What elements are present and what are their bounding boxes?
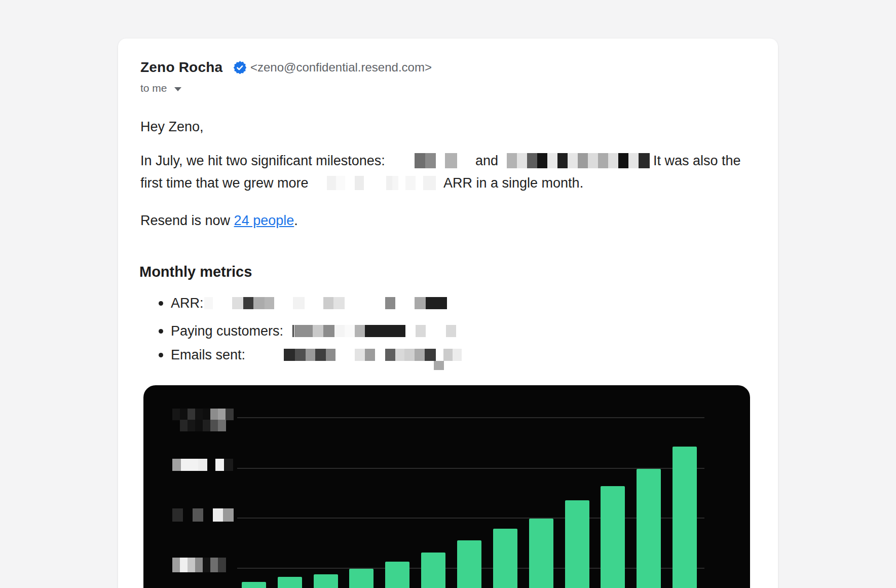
chart-ylabel-redacted	[203, 420, 211, 431]
chart-bar	[242, 582, 266, 588]
emails-sent-mosaic	[425, 349, 436, 361]
para1-mosaic-a	[425, 153, 436, 168]
chart-ylabel-redacted	[213, 508, 223, 522]
paying-customers-mosaic	[323, 325, 334, 337]
emails-sent-mosaic	[284, 349, 295, 361]
chart-bar	[421, 553, 445, 588]
chart-bar	[314, 574, 338, 588]
para-line2-after: ARR in a single month.	[443, 176, 583, 190]
para2-mosaic-light	[405, 176, 416, 190]
chart-ylabel-redacted	[218, 409, 226, 420]
arr-mosaic	[333, 297, 345, 309]
para2-mosaic-light	[336, 176, 345, 190]
para1-mosaic-b	[517, 153, 527, 168]
chart-ylabel-redacted	[195, 420, 203, 431]
chart-bar	[349, 569, 374, 588]
para-line2-before: first time that we grew more	[140, 176, 309, 190]
para1-mosaic-b	[628, 153, 639, 168]
emails-sent-mosaic	[365, 349, 375, 361]
metric-paying-customers-label: Paying customers:	[171, 324, 283, 338]
arr-mosaic	[265, 297, 274, 309]
emails-sent-mosaic	[453, 349, 462, 361]
chart-ylabel-redacted	[193, 508, 203, 522]
para2-mosaic-light	[386, 176, 392, 190]
para1-mosaic-b	[547, 153, 557, 168]
chart-bar	[493, 529, 517, 588]
chart-ylabel-redacted	[190, 459, 199, 471]
chart-ylabel-redacted	[188, 558, 196, 572]
arr-mosaic	[204, 297, 213, 309]
chart-bar	[565, 500, 589, 588]
para1-mosaic-b	[598, 153, 608, 168]
recipient-dropdown[interactable]: to me	[140, 82, 181, 94]
arr-mosaic	[232, 297, 243, 309]
para-line1-after: It was also the	[653, 154, 741, 168]
sender-address: <zeno@confidential.resend.com>	[250, 60, 432, 75]
metrics-heading: Monthly metrics	[139, 264, 252, 280]
paying-customers-mosaic	[446, 325, 456, 337]
paying-customers-mosaic	[355, 325, 365, 337]
emails-sent-mosaic	[295, 349, 306, 361]
para2-mosaic-light	[327, 176, 336, 190]
para1-mosaic-b	[557, 153, 568, 168]
emails-sent-mosaic	[415, 349, 425, 361]
team-line-after: .	[294, 213, 298, 228]
para2-mosaic-light	[423, 176, 436, 190]
para2-mosaic-light	[392, 176, 398, 190]
chart-ylabel-redacted	[198, 459, 207, 471]
bullet-icon	[159, 329, 163, 334]
para1-mosaic-b	[568, 153, 578, 168]
para2-mosaic-light	[355, 176, 364, 190]
chart-ylabel-redacted	[223, 508, 234, 522]
emails-sent-mosaic	[385, 349, 395, 361]
chart-ylabel-redacted	[203, 558, 211, 572]
chart-ylabel-redacted	[224, 459, 233, 471]
recipient-label: to me	[140, 82, 167, 94]
chart-ylabel-redacted	[215, 459, 225, 471]
arr-mosaic	[243, 297, 253, 309]
chart-ylabel-redacted	[181, 459, 190, 471]
para1-mosaic-b	[527, 153, 537, 168]
arr-mosaic	[293, 297, 305, 309]
chart-ylabel-redacted	[210, 409, 218, 420]
email-header: Zeno Rocha	[140, 59, 222, 76]
emails-sent-mosaic	[355, 349, 365, 361]
emails-sent-mosaic	[315, 349, 326, 361]
chart-ylabel-redacted	[172, 409, 180, 420]
chart-bar	[385, 562, 409, 588]
chart-bar	[673, 447, 697, 588]
chart-ylabel-redacted	[210, 420, 218, 431]
para1-mosaic-b	[608, 153, 618, 168]
chart-ylabel-redacted	[188, 420, 196, 431]
greeting-line: Hey Zeno,	[140, 120, 204, 134]
growth-bar-chart	[143, 385, 750, 588]
chart-bar	[457, 540, 481, 588]
para1-mosaic-a	[445, 153, 457, 168]
emails-sent-mosaic-tail	[434, 361, 444, 370]
paying-customers-mosaic	[292, 325, 294, 337]
bullet-icon	[159, 301, 163, 306]
arr-mosaic	[385, 297, 395, 309]
chart-ylabel-redacted	[218, 558, 226, 572]
chart-ylabel-redacted	[226, 409, 234, 420]
para-line1-and: and	[475, 154, 498, 168]
para1-mosaic-b	[588, 153, 598, 168]
arr-mosaic	[253, 297, 265, 309]
para1-mosaic-a	[415, 153, 425, 168]
paying-customers-mosaic	[365, 325, 405, 337]
arr-mosaic	[426, 297, 447, 309]
chart-bar	[529, 519, 553, 588]
chart-ylabel-redacted	[172, 558, 180, 572]
para1-mosaic-b	[618, 153, 628, 168]
para1-mosaic-b	[578, 153, 588, 168]
metric-emails-sent-label: Emails sent:	[171, 348, 245, 362]
bullet-icon	[159, 353, 163, 357]
team-size-link[interactable]: 24 people	[234, 213, 294, 228]
chart-gridline	[237, 468, 704, 469]
paying-customers-mosaic	[313, 325, 323, 337]
emails-sent-mosaic	[306, 349, 315, 361]
chart-ylabel-redacted	[172, 459, 181, 471]
para1-mosaic-b	[507, 153, 517, 168]
chart-ylabel-redacted	[188, 409, 196, 420]
chart-ylabel-redacted	[180, 558, 188, 572]
